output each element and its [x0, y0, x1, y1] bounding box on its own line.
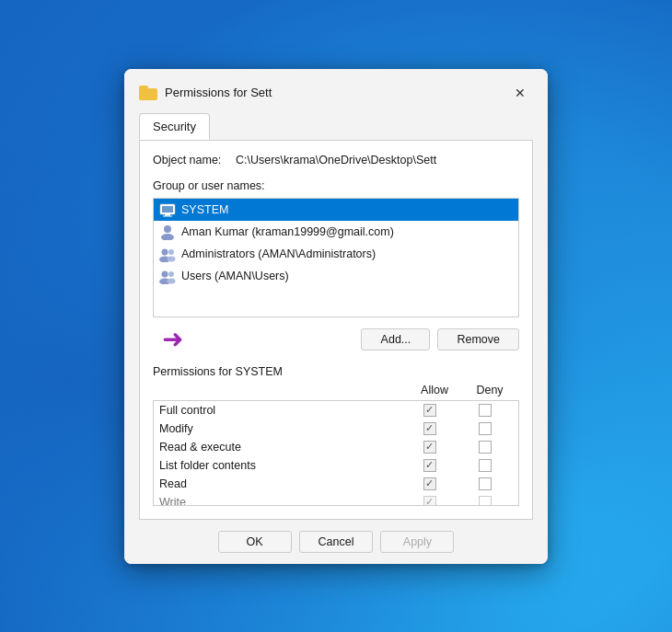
- apply-button[interactable]: Apply: [380, 531, 454, 553]
- perm-name-listfolder: List folder contents: [159, 459, 402, 472]
- title-bar-left: Permissions for Sett: [139, 86, 272, 100]
- svg-point-6: [162, 248, 168, 255]
- checkbox-modify-allow[interactable]: [423, 422, 436, 435]
- system-icon: [159, 201, 176, 218]
- checkbox-modify-deny[interactable]: [479, 422, 492, 435]
- perm-allow-modify[interactable]: [402, 422, 458, 435]
- arrow-right-icon: ➜: [162, 327, 183, 352]
- svg-point-8: [168, 249, 174, 255]
- permissions-header: Allow Deny: [153, 384, 519, 396]
- tab-content: Object name: C:\Users\krama\OneDrive\Des…: [139, 140, 533, 520]
- user-item-users[interactable]: Users (AMAN\Users): [154, 265, 518, 287]
- checkbox-fullcontrol-deny[interactable]: [479, 404, 492, 417]
- perm-deny-read[interactable]: [458, 477, 513, 490]
- checkbox-fullcontrol-allow[interactable]: [423, 404, 436, 417]
- perm-deny-modify[interactable]: [458, 422, 513, 435]
- perm-name-write: Write: [159, 496, 402, 506]
- svg-point-12: [168, 271, 174, 277]
- add-button[interactable]: Add...: [361, 328, 430, 350]
- checkbox-read-deny[interactable]: [479, 477, 492, 490]
- perm-row-readexecute: Read & execute: [154, 438, 518, 456]
- close-button[interactable]: ✕: [507, 80, 533, 106]
- user-name-aman: Aman Kumar (kraman19999@gmail.com): [181, 225, 394, 238]
- ok-button[interactable]: OK: [218, 531, 292, 553]
- svg-point-9: [168, 256, 176, 261]
- checkbox-read-allow[interactable]: [423, 477, 436, 490]
- admin-icon: [159, 246, 176, 262]
- dialog-footer: OK Cancel Apply: [124, 520, 548, 564]
- user-name-users: Users (AMAN\Users): [181, 270, 289, 282]
- dialog-window: Permissions for Sett ✕ Security Object n…: [124, 69, 548, 564]
- perm-row-write: Write: [154, 493, 518, 506]
- checkbox-readexecute-allow[interactable]: [423, 441, 436, 454]
- perm-allow-read[interactable]: [402, 477, 458, 490]
- arrow-indicator: ➜: [153, 327, 353, 352]
- user-list: SYSTEM Aman Kumar (kraman19999@gmail.com…: [153, 198, 519, 317]
- perm-row-modify: Modify: [154, 419, 518, 438]
- object-name-row: Object name: C:\Users\krama\OneDrive\Des…: [153, 154, 519, 167]
- perm-row-fullcontrol: Full control: [154, 401, 518, 419]
- perm-row-read: Read: [154, 475, 518, 493]
- svg-rect-3: [163, 215, 172, 216]
- perm-deny-fullcontrol[interactable]: [458, 404, 513, 417]
- perm-allow-write[interactable]: [402, 496, 458, 506]
- add-remove-row: ➜ Add... Remove: [153, 327, 519, 352]
- tab-security[interactable]: Security: [139, 113, 210, 140]
- perm-row-listfolder: List folder contents: [154, 456, 518, 475]
- checkbox-listfolder-deny[interactable]: [479, 459, 492, 472]
- perm-allow-listfolder[interactable]: [402, 459, 458, 472]
- svg-point-13: [168, 278, 176, 283]
- user-item-administrators[interactable]: Administrators (AMAN\Administrators): [154, 243, 518, 265]
- perm-col-deny: Deny: [462, 384, 517, 396]
- permissions-table: Full control Modify Read & execute List …: [153, 400, 519, 506]
- group-label: Group or user names:: [153, 179, 519, 192]
- folder-icon: [139, 86, 157, 100]
- user-item-aman[interactable]: Aman Kumar (kraman19999@gmail.com): [154, 221, 518, 243]
- remove-button[interactable]: Remove: [437, 328, 519, 350]
- checkbox-write-deny[interactable]: [479, 496, 492, 506]
- perm-name-read: Read: [159, 477, 402, 490]
- user-name-system: SYSTEM: [181, 203, 228, 216]
- perm-deny-listfolder[interactable]: [458, 459, 513, 472]
- person-icon: [159, 224, 176, 240]
- object-name-value: C:\Users\krama\OneDrive\Desktop\Sett: [236, 154, 436, 167]
- tab-bar: Security: [124, 106, 548, 140]
- perm-col-name: [155, 384, 407, 396]
- checkbox-listfolder-allow[interactable]: [423, 459, 436, 472]
- svg-rect-1: [162, 206, 173, 213]
- perm-allow-fullcontrol[interactable]: [402, 404, 458, 417]
- dialog-title: Permissions for Sett: [165, 86, 272, 99]
- perm-name-readexecute: Read & execute: [159, 441, 402, 454]
- object-name-label: Object name:: [153, 154, 236, 167]
- perm-allow-readexecute[interactable]: [402, 441, 458, 454]
- user-item-system[interactable]: SYSTEM: [154, 199, 518, 221]
- svg-point-4: [164, 225, 171, 233]
- perm-deny-write[interactable]: [458, 496, 513, 506]
- svg-rect-2: [165, 214, 170, 216]
- svg-point-5: [161, 234, 174, 240]
- user-name-administrators: Administrators (AMAN\Administrators): [181, 247, 376, 260]
- svg-point-10: [162, 270, 168, 277]
- title-bar: Permissions for Sett ✕: [124, 69, 548, 106]
- perm-col-allow: Allow: [407, 384, 462, 396]
- perm-name-fullcontrol: Full control: [159, 404, 402, 417]
- checkbox-write-allow[interactable]: [423, 496, 436, 506]
- perm-name-modify: Modify: [159, 422, 402, 435]
- users-icon: [159, 268, 176, 284]
- perm-deny-readexecute[interactable]: [458, 441, 513, 454]
- permissions-section-label: Permissions for SYSTEM: [153, 365, 519, 378]
- checkbox-readexecute-deny[interactable]: [479, 441, 492, 454]
- cancel-button[interactable]: Cancel: [299, 531, 374, 553]
